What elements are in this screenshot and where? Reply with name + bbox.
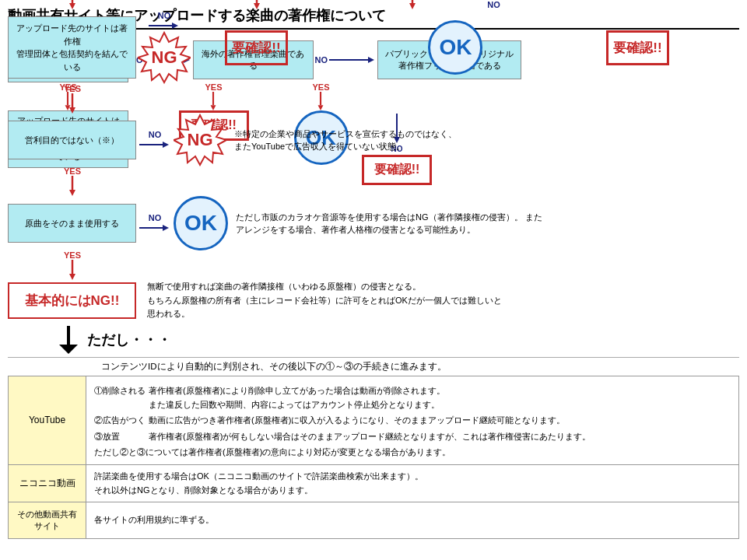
svg-marker-31 bbox=[163, 142, 169, 148]
yt-item3: ③放置 著作権者(原盤権者)が何もしない場合はそのままアップロード継続となります… bbox=[94, 430, 731, 444]
yt-item2: ②広告がつく 動画に広告がつき著作権者(原盤権者)に収入が入るようになり、そのま… bbox=[94, 414, 731, 428]
yes5-arrow: YES bbox=[66, 166, 79, 196]
r2-no3: NO bbox=[487, 0, 500, 9]
r2-yes1: YES bbox=[8, 0, 136, 9]
cond5-box: 営利目的ではない（※） bbox=[8, 121, 136, 159]
cond6-row: 原曲をそのまま使用する NO OK ただし市販のカラオケ音源等を使用する場合はN… bbox=[8, 196, 739, 250]
svg-marker-19 bbox=[254, 3, 260, 9]
other-label: その他動画共有サイト bbox=[9, 502, 86, 539]
ng1-spiky: NG bbox=[138, 31, 191, 84]
cond6-no-ok: NO bbox=[139, 213, 170, 233]
nico-row: ニコニコ動画 許諾楽曲を使用する場合はOK（ニコニコ動画のサイトで許諾楽曲検索が… bbox=[9, 464, 739, 502]
yt-note: ただし②と③については著作権者(原盤権者)の意向により対応が変更となる場合があり… bbox=[94, 446, 731, 460]
r3-cond4: アップロード先のサイトは著作権 管理団体と包括契約を結んでいる bbox=[8, 16, 136, 79]
youtube-row: YouTube ①削除される 著作権者(原盤権者)により削除申し立てがあった場合… bbox=[9, 376, 739, 464]
final-ng-row: 基本的にはNG!! 無断で使用すれば楽曲の著作隣接権（いわゆる原盤権）の侵害とな… bbox=[8, 280, 739, 321]
info-section: コンテンツIDにより自動的に判別され、その後以下の①～③の手続きに進みます。 Y… bbox=[8, 357, 739, 539]
svg-marker-29 bbox=[69, 107, 75, 114]
r2-yes2: YES bbox=[192, 0, 321, 9]
tadashi-row: ただし・・・ bbox=[54, 326, 739, 354]
note-nonprof: ※特定の企業や商品やサービスを宣伝するものではなく、 またYouTubeで広告収… bbox=[234, 128, 457, 153]
info-table: YouTube ①削除される 著作権者(原盤権者)により削除申し立てがあった場合… bbox=[8, 376, 739, 539]
cond5-row: 営利目的ではない（※） NO NG ※特定の企業や商品やサービスを宣伝するもので… bbox=[8, 114, 739, 166]
r3-yoconfirm1: 要確認!! bbox=[225, 30, 287, 65]
svg-marker-25 bbox=[172, 23, 178, 29]
youtube-label: YouTube bbox=[9, 376, 86, 464]
tadashi-arrow-icon bbox=[54, 326, 82, 354]
svg-marker-21 bbox=[409, 3, 416, 9]
r3-yoconfirm2: 要確認!! bbox=[606, 30, 668, 65]
info-intro: コンテンツIDにより自動的に判別され、その後以下の①～③の手続きに進みます。 bbox=[101, 361, 739, 373]
yt-item1: ①削除される 著作権者(原盤権者)により削除申し立てがあった場合は動画が削除され… bbox=[94, 384, 731, 411]
nico-label: ニコニコ動画 bbox=[9, 464, 86, 502]
other-row: その他動画共有サイト 各サイトの利用規約に準ずる。 bbox=[9, 502, 739, 539]
svg-marker-39 bbox=[69, 274, 75, 280]
ng2-spiky: NG bbox=[174, 114, 226, 166]
svg-marker-17 bbox=[69, 3, 75, 9]
cond5-no-ng: NO bbox=[139, 130, 170, 150]
svg-marker-41 bbox=[59, 345, 78, 354]
svg-marker-37 bbox=[163, 225, 169, 231]
tadashi-label: ただし・・・ bbox=[87, 331, 171, 349]
yes4-arrow: YES bbox=[66, 84, 79, 114]
youtube-content: ①削除される 著作権者(原盤権者)により削除申し立てがあった場合は動画が削除され… bbox=[86, 376, 739, 464]
r3-no-ng: NO NG bbox=[138, 11, 191, 84]
page-container: 動画共有サイト等にアップロードする楽曲の著作権について 使用する楽曲は JASR… bbox=[0, 0, 747, 545]
r3-ok1: OK bbox=[428, 20, 482, 75]
final-ng-box: 基本的にはNG!! bbox=[8, 282, 136, 319]
ok2-badge: OK bbox=[174, 196, 228, 250]
nico-content: 許諾楽曲を使用する場合はOK（ニコニコ動画のサイトで許諾楽曲検索が出来ます）。 … bbox=[86, 464, 739, 502]
yes6-arrow: YES bbox=[66, 250, 79, 280]
note-original: ただし市販のカラオケ音源等を使用する場合はNG（著作隣接権の侵害）。 またアレン… bbox=[236, 211, 547, 236]
other-content: 各サイトの利用規約に準ずる。 bbox=[86, 502, 739, 539]
note-ng-result: 無断で使用すれば楽曲の著作隣接権（いわゆる原盤権）の侵害となる。 もちろん原盤権… bbox=[147, 280, 505, 321]
svg-text:NG: NG bbox=[152, 47, 177, 67]
svg-marker-35 bbox=[69, 190, 75, 196]
cond6-box: 原曲をそのまま使用する bbox=[8, 204, 136, 243]
flowchart-main: 使用する楽曲は JASRAC や NexTone の管理楽曲である NO 海外の bbox=[8, 0, 739, 539]
svg-text:NG: NG bbox=[188, 130, 213, 149]
